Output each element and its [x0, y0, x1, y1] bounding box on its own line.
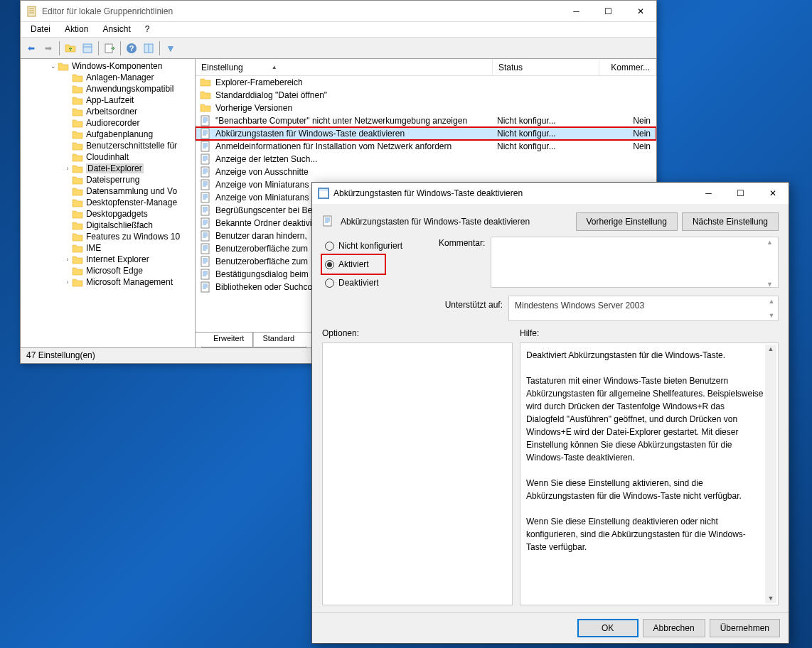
radio-disabled[interactable]: Deaktiviert — [322, 274, 429, 292]
list-row[interactable]: "Benachbarte Computer" nicht unter Netzw… — [196, 114, 656, 127]
scroll-up-icon[interactable]: ▲ — [766, 239, 776, 246]
policy-icon — [200, 153, 211, 165]
next-setting-button[interactable]: Nächste Einstellung — [682, 212, 779, 231]
folder-icon — [72, 175, 83, 185]
policy-icon — [200, 269, 211, 280]
options-box[interactable] — [322, 342, 513, 605]
menu-ansicht[interactable]: Ansicht — [95, 22, 137, 37]
setting-comment: Nein — [604, 116, 656, 126]
tab-erweitert[interactable]: Erweitert — [201, 333, 253, 347]
dialog-close-button[interactable]: ✕ — [757, 183, 789, 204]
tree-item[interactable]: Dateisperrung — [21, 174, 195, 185]
close-button[interactable]: ✕ — [624, 1, 656, 21]
dialog-minimize-button[interactable]: ─ — [693, 183, 725, 204]
ok-button[interactable]: OK — [577, 619, 639, 637]
dialog-maximize-button[interactable]: ☐ — [725, 183, 757, 204]
scroll-down-icon[interactable]: ▼ — [766, 281, 776, 288]
list-row[interactable]: Explorer-Framebereich — [196, 76, 656, 89]
apply-button[interactable]: Übernehmen — [710, 619, 780, 637]
back-button[interactable]: ⬅ — [23, 40, 39, 56]
scroll-up-icon[interactable]: ▲ — [768, 345, 774, 355]
expand-icon[interactable]: › — [63, 256, 72, 263]
tree-item[interactable]: Microsoft Edge — [21, 265, 195, 276]
list-row[interactable]: Abkürzungstasten für Windows-Taste deakt… — [196, 127, 656, 140]
policy-icon — [200, 243, 211, 254]
tree-item[interactable]: Datensammlung und Vo — [21, 185, 195, 197]
tree-item[interactable]: Desktopfenster-Manage — [21, 197, 195, 208]
properties-button[interactable] — [80, 40, 95, 56]
col-status[interactable]: Status — [493, 59, 599, 75]
tree-item[interactable]: Aufgabenplanung — [21, 129, 195, 140]
tree-item[interactable]: Benutzerschnittstelle für — [21, 140, 195, 151]
list-row[interactable]: Anmeldeinformationen für Installation vo… — [196, 140, 656, 153]
tab-standard[interactable]: Standard — [253, 333, 306, 347]
dialog-app-icon — [318, 188, 329, 199]
gpedit-app-icon — [26, 6, 38, 17]
tree-item[interactable]: Desktopgadgets — [21, 208, 195, 220]
policy-icon — [200, 128, 211, 139]
radio-enabled[interactable]: Aktiviert — [322, 255, 385, 274]
tree-item[interactable]: App-Laufzeit — [21, 94, 195, 106]
help-button[interactable]: ? — [124, 40, 139, 56]
folder-icon — [72, 209, 83, 219]
list-row[interactable]: Anzeige von Ausschnitte — [196, 166, 656, 178]
folder-icon — [200, 90, 211, 101]
tree-item[interactable]: Anwendungskompatibil — [21, 83, 195, 94]
folder-icon — [72, 220, 83, 230]
list-row[interactable]: Anzeige der letzten Such... — [196, 153, 656, 166]
tree-item[interactable]: Digitalschließfach — [21, 220, 195, 231]
collapse-icon[interactable]: ⌄ — [49, 63, 58, 70]
setting-name: Anmeldeinformationen für Installation vo… — [215, 141, 497, 151]
scroll-down-icon: ▼ — [766, 312, 776, 319]
policy-icon — [200, 115, 211, 126]
cancel-button[interactable]: Abbrechen — [643, 619, 705, 637]
folder-icon — [72, 141, 83, 151]
tree-item[interactable]: Audiorecorder — [21, 117, 195, 129]
tree-item[interactable]: Arbeitsordner — [21, 106, 195, 117]
minimize-button[interactable]: ─ — [560, 1, 592, 21]
prev-setting-button[interactable]: Vorherige Einstellung — [576, 212, 678, 231]
dialog-title: Abkürzungstasten für Windows-Taste deakt… — [333, 188, 693, 198]
expand-icon[interactable]: › — [63, 165, 72, 172]
tree-item[interactable]: Cloudinhalt — [21, 151, 195, 163]
setting-name: Standarddialog "Datei öffnen" — [215, 90, 497, 100]
menu-datei[interactable]: Datei — [23, 22, 58, 37]
dialog-titlebar[interactable]: Abkürzungstasten für Windows-Taste deakt… — [312, 183, 789, 204]
forward-button[interactable]: ➡ — [41, 40, 56, 56]
view-button[interactable] — [141, 40, 156, 56]
scroll-down-icon[interactable]: ▼ — [768, 594, 774, 604]
setting-name: Explorer-Framebereich — [215, 77, 497, 87]
tree-item[interactable]: ›Datei-Explorer — [21, 163, 195, 174]
tree-item[interactable]: ›Microsoft Management — [21, 276, 195, 288]
setting-status: Nicht konfigur... — [497, 116, 604, 126]
tree-pane[interactable]: ⌄Windows-KomponentenAnlagen-ManagerAnwen… — [21, 59, 196, 347]
help-box[interactable]: Deaktiviert Abkürzungstasten für die Win… — [520, 342, 779, 605]
policy-icon — [200, 166, 211, 178]
filter-button[interactable]: ▼ — [163, 40, 178, 56]
tree-item[interactable]: Anlagen-Manager — [21, 72, 195, 83]
folder-icon — [72, 186, 83, 196]
comment-input[interactable] — [491, 237, 779, 288]
folder-icon — [72, 163, 83, 173]
radio-not-configured[interactable]: Nicht konfiguriert — [322, 237, 429, 255]
tree-item[interactable]: ›Internet Explorer — [21, 254, 195, 265]
expand-icon[interactable]: › — [63, 279, 72, 286]
tree-root[interactable]: ⌄Windows-Komponenten — [21, 60, 195, 72]
list-row[interactable]: Vorherige Versionen — [196, 102, 656, 114]
setting-status: Nicht konfigur... — [497, 129, 604, 139]
maximize-button[interactable]: ☐ — [592, 1, 624, 21]
radio-icon — [325, 242, 334, 251]
tree-item[interactable]: IME — [21, 242, 195, 254]
up-button[interactable] — [63, 40, 78, 56]
list-row[interactable]: Standarddialog "Datei öffnen" — [196, 89, 656, 102]
menu-help[interactable]: ? — [138, 22, 157, 37]
tree-item[interactable]: Features zu Windows 10 — [21, 231, 195, 242]
radio-icon — [325, 279, 334, 288]
export-button[interactable] — [102, 40, 117, 56]
folder-icon — [72, 129, 83, 139]
col-setting[interactable]: Einstellung▲ — [196, 59, 493, 75]
folder-icon — [72, 277, 83, 287]
col-comment[interactable]: Kommer... — [599, 59, 656, 75]
menu-aktion[interactable]: Aktion — [58, 22, 95, 37]
gpedit-titlebar[interactable]: Editor für lokale Gruppenrichtlinien ─ ☐… — [21, 1, 656, 22]
